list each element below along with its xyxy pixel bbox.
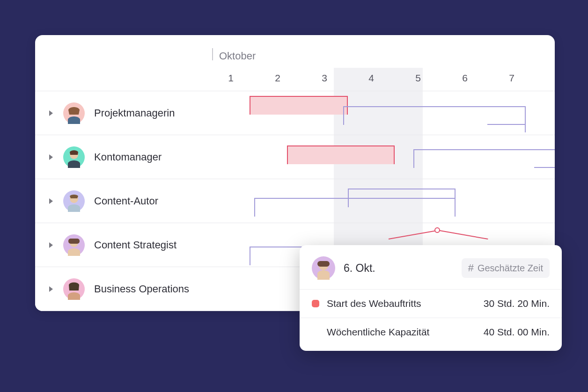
role-label: Business Operations — [94, 283, 189, 295]
day-number: 1 — [226, 73, 235, 84]
timeline-header: Oktober 12345678 — [35, 35, 555, 91]
popup-task-row[interactable]: Start des Webauftritts 30 Std. 20 Min. — [300, 289, 562, 318]
row-header[interactable]: Content Strategist — [35, 223, 212, 267]
day-number: 4 — [367, 73, 376, 84]
popup-capacity-row: Wöchentliche Kapazität 40 Std. 00 Min. — [300, 318, 562, 346]
avatar — [63, 102, 85, 124]
role-label: Content-Autor — [94, 195, 158, 207]
resource-row[interactable]: Projektmanagerin — [35, 91, 555, 135]
caret-icon[interactable] — [49, 242, 53, 248]
avatar — [63, 146, 85, 168]
anchor-point — [434, 227, 440, 233]
month-label: Oktober — [219, 50, 256, 62]
popup-date: 6. Okt. — [344, 262, 462, 275]
svg-rect-13 — [317, 261, 330, 267]
caret-icon[interactable] — [49, 110, 53, 116]
day-number: 3 — [320, 73, 329, 84]
role-label: Content Strategist — [94, 239, 176, 251]
task-dot — [312, 300, 319, 307]
day-number: 6 — [460, 73, 470, 84]
task-value: 30 Std. 20 Min. — [484, 298, 550, 309]
row-bars — [212, 179, 555, 223]
popup-header: 6. Okt. # Geschätzte Zeit — [300, 245, 562, 289]
capacity-label: Wöchentliche Kapazität — [327, 327, 429, 338]
avatar — [63, 190, 85, 212]
workload-bar[interactable] — [348, 189, 456, 207]
workload-bar[interactable] — [250, 96, 348, 115]
popup-avatar — [312, 256, 335, 280]
row-bars — [212, 91, 555, 135]
day-number: 8 — [554, 73, 555, 84]
workload-popup: 6. Okt. # Geschätzte Zeit Start des Weba… — [300, 245, 562, 351]
capacity-value: 40 Std. 00 Min. — [484, 327, 550, 338]
day-number: 2 — [273, 73, 282, 84]
day-number: 7 — [507, 73, 516, 84]
month-tick — [212, 48, 213, 60]
estimate-chip[interactable]: # Geschätzte Zeit — [462, 258, 550, 278]
hash-icon: # — [468, 262, 474, 274]
caret-icon[interactable] — [49, 154, 53, 160]
svg-rect-8 — [68, 239, 80, 244]
avatar — [63, 234, 85, 256]
row-bars — [212, 135, 555, 179]
role-label: Kontomanager — [94, 151, 162, 163]
caret-icon[interactable] — [49, 198, 53, 204]
task-label: Start des Webauftritts — [327, 298, 421, 309]
row-header[interactable]: Content-Autor — [35, 179, 212, 223]
avatar — [63, 278, 85, 300]
resource-row[interactable]: Kontomanager — [35, 135, 555, 179]
row-header[interactable]: Projektmanagerin — [35, 91, 212, 135]
resource-row[interactable]: Content-Autor — [35, 179, 555, 223]
caret-icon[interactable] — [49, 286, 53, 292]
row-header[interactable]: Business Operations — [35, 267, 212, 311]
workload-bar[interactable] — [287, 145, 395, 164]
row-header[interactable]: Kontomanager — [35, 135, 212, 179]
role-label: Projektmanagerin — [94, 107, 175, 119]
day-number: 5 — [413, 73, 423, 84]
workload-bar[interactable] — [343, 106, 526, 125]
estimate-label: Geschätzte Zeit — [478, 263, 543, 274]
workload-bar[interactable] — [413, 149, 555, 168]
